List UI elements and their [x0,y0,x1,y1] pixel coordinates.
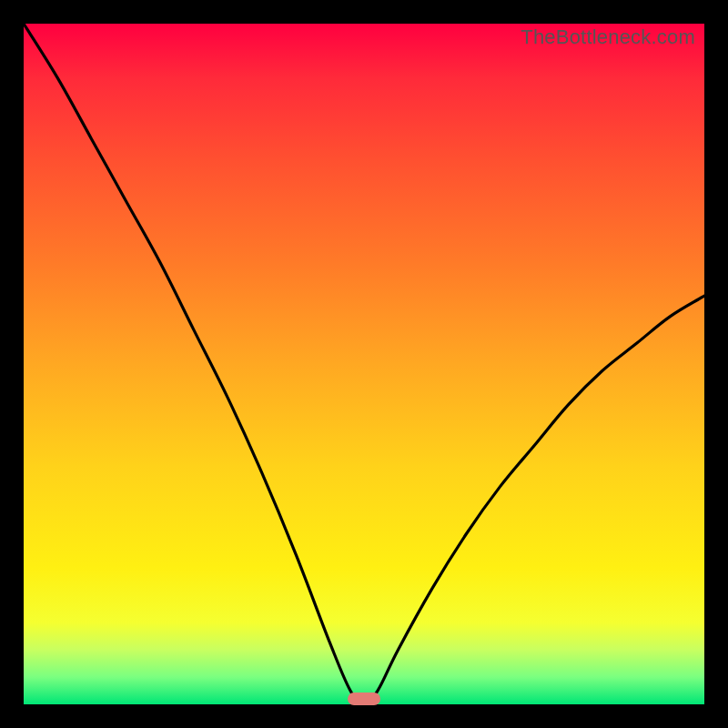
bottleneck-curve [24,24,704,704]
bottleneck-indicator-pill [348,693,380,705]
plot-area: TheBottleneck.com [24,24,704,704]
chart-frame: TheBottleneck.com [0,0,728,728]
curve-path [24,24,704,704]
